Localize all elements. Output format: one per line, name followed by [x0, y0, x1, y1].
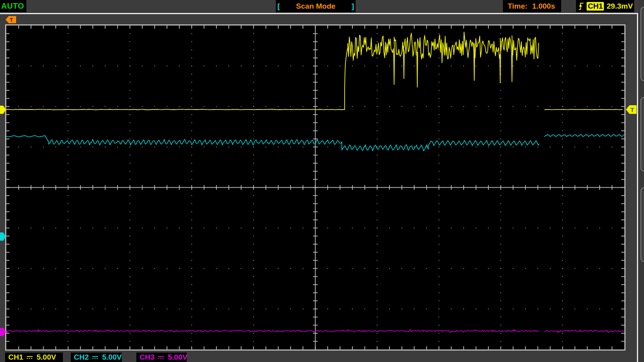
- dc-coupling-icon: [92, 355, 99, 360]
- ch3-readout: CH3 5.00V: [136, 353, 187, 362]
- menu-button[interactable]: [640, 97, 644, 172]
- graticule: [5, 24, 626, 351]
- oscilloscope-screen: AUTO [ Scan Mode ] Time: 1.000s CH1 29.3…: [0, 0, 644, 362]
- acquisition-status: AUTO: [1, 2, 24, 11]
- ch3-label: CH3: [139, 353, 154, 362]
- timebase-value: 1.000s: [532, 2, 555, 11]
- right-bracket: ]: [352, 2, 354, 11]
- trigger-position-marker[interactable]: T: [6, 16, 16, 23]
- dc-coupling-icon: [158, 355, 165, 360]
- ch2-label: CH2: [74, 353, 89, 362]
- svg-text:T: T: [630, 106, 634, 113]
- menu-button[interactable]: [640, 187, 644, 262]
- mode-indicator-box: [ Scan Mode ]: [276, 0, 356, 12]
- dc-coupling-icon: [26, 355, 33, 360]
- ch1-scale: 5.00V: [37, 353, 56, 362]
- ch2-scale: 5.00V: [102, 353, 122, 362]
- waveform-plot: [6, 26, 624, 349]
- trigger-level-value: 29.3mV: [607, 2, 633, 11]
- acquisition-status-box: AUTO: [0, 0, 26, 12]
- trigger-readout: CH1 29.3mV: [576, 0, 634, 12]
- rising-edge-trigger-icon: [578, 2, 584, 11]
- ch1-zero-marker[interactable]: [0, 106, 6, 114]
- ch2-readout: CH2 5.00V: [71, 353, 122, 362]
- svg-text:T: T: [10, 17, 13, 23]
- ch2-zero-marker[interactable]: [0, 232, 6, 241]
- ch1-label: CH1: [8, 353, 23, 362]
- ch3-zero-marker[interactable]: [0, 328, 6, 336]
- left-bracket: [: [277, 2, 280, 11]
- horizontal-separator: [0, 13, 638, 14]
- trigger-level-marker[interactable]: T: [626, 105, 637, 114]
- menu-button[interactable]: [640, 7, 644, 81]
- trigger-source-badge: CH1: [587, 2, 604, 11]
- mode-label: Scan Mode: [296, 2, 335, 11]
- side-menu-strip: [638, 0, 644, 362]
- timebase-label: Time:: [508, 2, 527, 11]
- timebase-readout: Time: 1.000s: [503, 0, 561, 12]
- ch3-scale: 5.00V: [168, 353, 187, 362]
- ch1-readout: CH1 5.00V: [5, 353, 63, 362]
